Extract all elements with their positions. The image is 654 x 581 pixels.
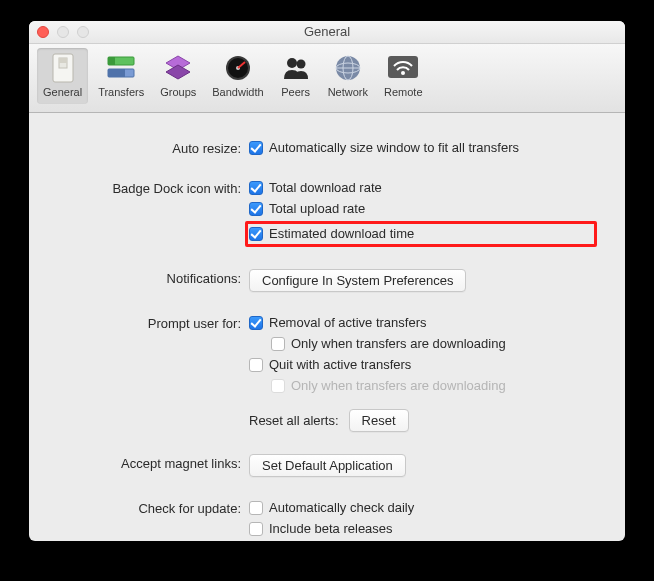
- checkbox-label: Quit with active transfers: [269, 356, 411, 374]
- tab-bandwidth[interactable]: Bandwidth: [206, 48, 269, 104]
- tab-label: Groups: [160, 86, 196, 98]
- checkbox-icon: [249, 202, 263, 216]
- checkbox-total-download-rate[interactable]: Total download rate: [249, 179, 597, 197]
- checkbox-icon: [249, 141, 263, 155]
- checkbox-icon: [249, 501, 263, 515]
- svg-rect-6: [108, 69, 125, 77]
- checkbox-label: Automatically size window to fit all tra…: [269, 139, 519, 157]
- label-auto-resize: Auto resize:: [57, 139, 249, 156]
- switch-icon: [47, 52, 79, 84]
- tab-label: Transfers: [98, 86, 144, 98]
- checkbox-icon: [271, 337, 285, 351]
- checkbox-label: Total download rate: [269, 179, 382, 197]
- checkbox-label: Only when transfers are downloading: [291, 335, 506, 353]
- transfers-icon: [105, 52, 137, 84]
- tab-label: Network: [328, 86, 368, 98]
- checkbox-removal-only-downloading[interactable]: Only when transfers are downloading: [271, 335, 597, 353]
- people-icon: [280, 52, 312, 84]
- checkbox-label: Removal of active transfers: [269, 314, 427, 332]
- checkbox-label: Automatically check daily: [269, 499, 414, 517]
- globe-icon: [332, 52, 364, 84]
- checkbox-label: Include beta releases: [269, 520, 393, 538]
- window-title: General: [29, 24, 625, 39]
- tab-network[interactable]: Network: [322, 48, 374, 104]
- checkbox-icon: [249, 227, 263, 241]
- checkbox-label: Total upload rate: [269, 200, 365, 218]
- tab-general[interactable]: General: [37, 48, 88, 104]
- svg-rect-2: [59, 58, 67, 63]
- set-default-app-button[interactable]: Set Default Application: [249, 454, 406, 477]
- tab-label: General: [43, 86, 82, 98]
- groups-icon: [162, 52, 194, 84]
- gauge-icon: [222, 52, 254, 84]
- label-magnet: Accept magnet links:: [57, 454, 249, 471]
- spacer: [57, 409, 249, 411]
- checkbox-icon: [249, 522, 263, 536]
- checkbox-removal-active[interactable]: Removal of active transfers: [249, 314, 597, 332]
- checkbox-quit-only-downloading: Only when transfers are downloading: [271, 377, 597, 395]
- svg-point-18: [401, 71, 405, 75]
- checkbox-quit-active[interactable]: Quit with active transfers: [249, 356, 597, 374]
- preferences-window: General General Transfers Groups Bandwid…: [29, 21, 625, 541]
- checkbox-total-upload-rate[interactable]: Total upload rate: [249, 200, 597, 218]
- svg-point-11: [287, 58, 297, 68]
- checkbox-estimated-download-time[interactable]: Estimated download time: [249, 225, 414, 243]
- checkbox-label: Estimated download time: [269, 225, 414, 243]
- highlight-box: Estimated download time: [245, 221, 597, 247]
- tab-groups[interactable]: Groups: [154, 48, 202, 104]
- toolbar: General Transfers Groups Bandwidth Peers: [29, 44, 625, 113]
- checkbox-check-daily[interactable]: Automatically check daily: [249, 499, 597, 517]
- tab-label: Bandwidth: [212, 86, 263, 98]
- label-update: Check for update:: [57, 499, 249, 516]
- tab-peers[interactable]: Peers: [274, 48, 318, 104]
- checkbox-icon: [249, 358, 263, 372]
- tab-remote[interactable]: Remote: [378, 48, 429, 104]
- checkbox-label: Only when transfers are downloading: [291, 377, 506, 395]
- wifi-icon: [387, 52, 419, 84]
- checkbox-icon: [249, 181, 263, 195]
- titlebar: General: [29, 21, 625, 44]
- tab-transfers[interactable]: Transfers: [92, 48, 150, 104]
- label-notifications: Notifications:: [57, 269, 249, 286]
- configure-notifications-button[interactable]: Configure In System Preferences: [249, 269, 466, 292]
- svg-point-12: [296, 60, 305, 69]
- checkbox-beta-releases[interactable]: Include beta releases: [249, 520, 597, 538]
- checkbox-auto-resize[interactable]: Automatically size window to fit all tra…: [249, 139, 597, 157]
- tab-label: Peers: [281, 86, 310, 98]
- label-prompt: Prompt user for:: [57, 314, 249, 331]
- svg-rect-4: [108, 57, 115, 65]
- label-reset-alerts: Reset all alerts:: [249, 413, 339, 428]
- reset-alerts-button[interactable]: Reset: [349, 409, 409, 432]
- content-pane: Auto resize: Automatically size window t…: [29, 113, 625, 541]
- checkbox-icon: [271, 379, 285, 393]
- tab-label: Remote: [384, 86, 423, 98]
- label-badge: Badge Dock icon with:: [57, 179, 249, 196]
- checkbox-icon: [249, 316, 263, 330]
